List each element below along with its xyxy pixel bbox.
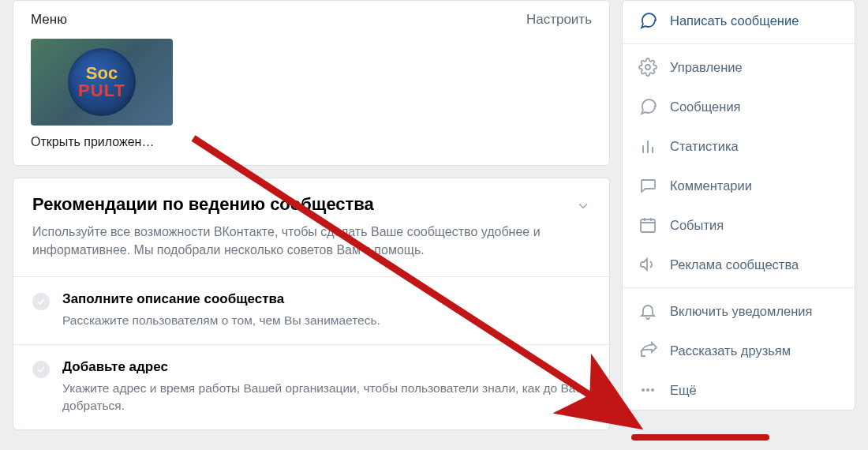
recommendation-item[interactable]: Добавьте адрес Укажите адрес и время раб…	[13, 344, 609, 429]
sidebar-item-messages[interactable]: Сообщения	[623, 87, 855, 126]
recommendation-item-title: Добавьте адрес	[62, 359, 590, 375]
sidebar-item-label: Написать сообщение	[670, 13, 799, 28]
dots-icon	[638, 381, 657, 399]
sidebar-item-ads[interactable]: Реклама сообщества	[623, 245, 855, 284]
sidebar-item-label: Включить уведомления	[670, 304, 812, 319]
sidebar-item-label: Реклама сообщества	[670, 257, 799, 272]
menu-configure-link[interactable]: Настроить	[526, 12, 592, 28]
check-icon	[32, 293, 50, 310]
app-tile[interactable]: Soc PULT Открыть приложен…	[31, 39, 173, 149]
recommendations-card: Рекомендации по ведению сообщества Испол…	[13, 178, 610, 430]
sidebar-item-label: Ещё	[670, 383, 697, 398]
app-logo-icon: Soc PULT	[68, 48, 136, 116]
svg-point-5	[642, 388, 645, 392]
check-icon	[32, 361, 50, 378]
message-icon	[638, 11, 657, 30]
app-caption: Открыть приложен…	[31, 135, 173, 149]
svg-point-7	[651, 388, 654, 392]
sidebar-item-comments[interactable]: Комментарии	[623, 166, 855, 205]
chevron-down-icon	[576, 199, 590, 216]
sidebar-item-stats[interactable]: Статистика	[623, 126, 855, 166]
gear-icon	[638, 58, 657, 77]
recommendation-item-title: Заполните описание сообщества	[62, 291, 380, 307]
sidebar-item-share[interactable]: Рассказать друзьям	[623, 331, 855, 370]
sidebar-item-events[interactable]: События	[623, 205, 855, 245]
sidebar-item-write-message[interactable]: Написать сообщение	[623, 1, 855, 40]
recommendations-title: Рекомендации по ведению сообщества	[32, 194, 590, 215]
recommendations-subtitle: Используйте все возможности ВКонтакте, ч…	[32, 223, 590, 259]
sidebar-item-notifications[interactable]: Включить уведомления	[623, 291, 855, 331]
sidebar-item-label: Управление	[670, 60, 743, 75]
svg-rect-4	[641, 219, 655, 232]
sidebar-item-manage[interactable]: Управление	[623, 47, 855, 87]
sidebar-item-more[interactable]: Ещё	[623, 370, 855, 410]
menu-card: Меню Настроить Soc PULT Открыть приложен…	[13, 0, 610, 166]
svg-point-0	[645, 65, 650, 69]
comment-icon	[638, 176, 657, 195]
chat-icon	[638, 97, 657, 116]
recommendation-item-sub: Расскажите пользователям о том, чем Вы з…	[62, 312, 380, 329]
sidebar-separator	[623, 287, 855, 288]
megaphone-icon	[638, 255, 657, 274]
sidebar-item-label: Комментарии	[670, 178, 752, 193]
sidebar-item-label: Сообщения	[670, 99, 741, 114]
sidebar-card: Написать сообщение Управление Сообщения	[622, 0, 855, 411]
sidebar-item-label: Рассказать друзьям	[670, 343, 791, 358]
calendar-icon	[638, 216, 657, 234]
sidebar-separator	[623, 43, 855, 44]
recommendation-item[interactable]: Заполните описание сообщества Расскажите…	[13, 276, 609, 343]
app-thumbnail: Soc PULT	[31, 39, 173, 126]
share-icon	[638, 341, 657, 360]
recommendations-header[interactable]: Рекомендации по ведению сообщества Испол…	[13, 178, 609, 276]
sidebar-item-label: Статистика	[670, 139, 739, 154]
menu-title: Меню	[31, 12, 67, 28]
sidebar-item-label: События	[670, 218, 724, 233]
bell-icon	[638, 302, 657, 321]
svg-point-6	[646, 388, 649, 392]
stats-icon	[638, 137, 657, 156]
recommendation-item-sub: Укажите адрес и время работы Вашей орган…	[62, 380, 590, 415]
